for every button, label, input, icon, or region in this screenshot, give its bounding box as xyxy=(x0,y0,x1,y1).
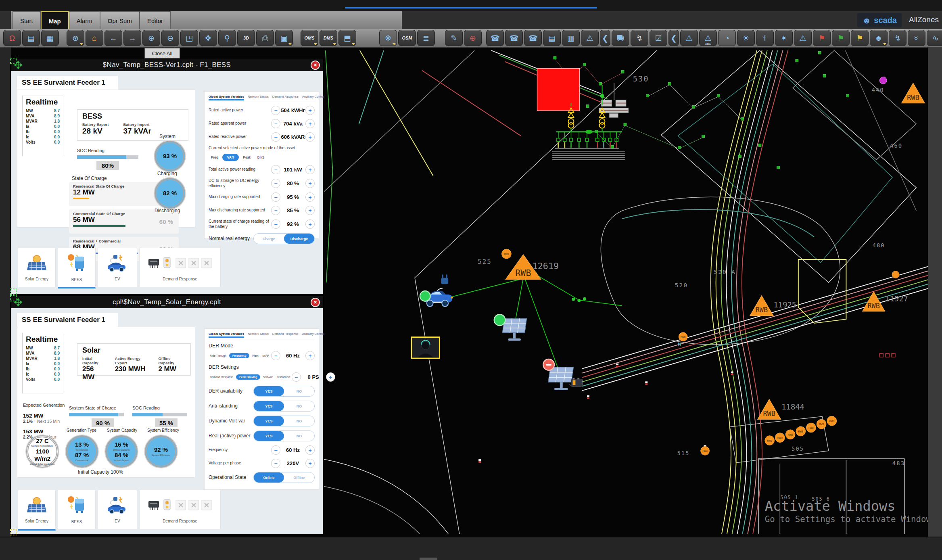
solar-panel-window[interactable]: cpl\$Nav_Temp_Solar_Energy.cplt ✕ SS EE … xyxy=(11,296,323,535)
toolbar-tag-card-button[interactable]: ⬒ xyxy=(338,30,356,46)
mode-option-var[interactable]: VAR xyxy=(222,154,239,161)
mode-option-volt-var[interactable]: Volt-Var xyxy=(262,375,274,379)
toolbar-zoom-window-button[interactable]: ◳ xyxy=(180,30,198,46)
toggle-der-availability[interactable]: YESNO xyxy=(253,386,315,397)
increment-button[interactable]: + xyxy=(305,119,315,128)
rwb-device-triangle[interactable]: RWB12619 xyxy=(505,255,559,279)
mode-option-demand-response[interactable]: Demand Response xyxy=(209,375,234,379)
tab-editor[interactable]: Editor xyxy=(140,11,171,29)
dropdown-arrow-icon[interactable] xyxy=(288,43,292,45)
toolbar-layers-list-button[interactable]: ≣ xyxy=(417,30,435,46)
dropdown-arrow-icon[interactable] xyxy=(333,43,336,45)
vars-tab-global-system-variables[interactable]: Global System Variables xyxy=(209,95,244,100)
dropdown-arrow-icon[interactable] xyxy=(883,43,886,45)
decrement-button[interactable]: − xyxy=(271,192,280,202)
toolbar-hazard-abc-button[interactable]: ⚠ABC xyxy=(699,30,717,46)
increment-button[interactable]: + xyxy=(305,445,315,455)
toolbar-globe-pin-button[interactable]: ⊕ xyxy=(464,30,482,46)
toolbar-forward-button[interactable]: → xyxy=(123,30,141,46)
der-card-bess[interactable]: BESS xyxy=(58,490,96,529)
rwb-device-circle[interactable]: RWB xyxy=(817,419,826,429)
bess-panel-titlebar[interactable]: $Nav_Temp_BESS-Ver1.cplt - F1_BESS ✕ xyxy=(11,59,323,71)
toggle-normal-real-energy[interactable]: ChargeDischarge xyxy=(253,233,315,244)
toolbar-osm-layer-button[interactable]: OSM xyxy=(398,30,416,46)
der-card-demand-response[interactable]: Demand Response xyxy=(139,490,221,529)
toolbar-zoom-in-button[interactable]: ⊕ xyxy=(142,30,160,46)
decrement-button[interactable]: − xyxy=(271,165,280,174)
mode-option-fleet[interactable]: Fleet xyxy=(251,353,259,358)
vars-tab-network-status[interactable]: Network Status xyxy=(248,332,269,338)
toolbar-dms-button[interactable]: DMS xyxy=(320,30,337,46)
vars-tab-ancillary-control[interactable]: Ancillary Control xyxy=(302,332,324,338)
alarm-square[interactable] xyxy=(537,69,580,111)
vars-tab-demand-response[interactable]: Demand Response xyxy=(272,95,299,100)
mode-option-peak[interactable]: Peak xyxy=(240,155,253,160)
decrement-button[interactable]: − xyxy=(271,132,280,142)
tab-map[interactable]: Map xyxy=(41,11,69,31)
toolbar-zoom-out-button[interactable]: ⊖ xyxy=(161,30,179,46)
toolbar-sun-brightness-button[interactable]: ☀ xyxy=(737,30,755,46)
tab-alarm[interactable]: Alarm xyxy=(69,11,100,29)
tab-start[interactable]: Start xyxy=(13,11,41,29)
decrement-button[interactable]: − xyxy=(271,219,280,229)
toolbar-call-dispatch-button[interactable]: ☎ xyxy=(524,30,542,46)
decrement-button[interactable]: − xyxy=(271,206,280,215)
vars-tab-ancillary-control[interactable]: Ancillary Control xyxy=(302,95,324,100)
feeder-tab[interactable]: SS EE Survalent Feeder 1 xyxy=(17,76,118,90)
toolbar-chevron-left-button[interactable]: ❮ xyxy=(600,30,610,46)
der-card-demand-response[interactable]: Demand Response xyxy=(139,248,221,287)
bess-close-icon[interactable]: ✕ xyxy=(311,61,320,70)
mode-option-disconnect[interactable]: Disconnect xyxy=(276,375,292,379)
dropdown-arrow-icon[interactable] xyxy=(314,43,317,45)
toolbar-switch-orders-button[interactable]: ☑ xyxy=(650,30,667,46)
mode-option-kvar[interactable]: kVAR xyxy=(261,353,271,358)
rwb-device-circle[interactable]: RWB xyxy=(785,430,795,439)
toolbar-settings-gear-button[interactable]: ☸ xyxy=(379,30,397,46)
increment-button[interactable]: + xyxy=(305,206,315,215)
der-card-ev[interactable]: EV xyxy=(98,490,137,529)
solar-panel-titlebar[interactable]: cpl\$Nav_Temp_Solar_Energy.cplt ✕ xyxy=(11,296,323,308)
toolbar-pin-yellow-warn-button[interactable]: ⚑ xyxy=(851,30,869,46)
rwb-device-circle[interactable]: RWB xyxy=(827,416,837,426)
mode-option-freq[interactable]: Freq xyxy=(209,155,221,160)
toolbar-home-button[interactable]: ⌂ xyxy=(86,30,103,46)
toolbar-pan-button[interactable]: ✥ xyxy=(199,30,217,46)
decrement-button[interactable]: − xyxy=(271,351,280,360)
toolbar-window-tiles-button[interactable]: ▦ xyxy=(41,30,59,46)
toolbar-energy-list-button[interactable]: ↯ xyxy=(889,30,906,46)
toolbar-pin-red-fault-button[interactable]: ⚑ xyxy=(813,30,831,46)
toolbar-draw-pen-button[interactable]: ✎ xyxy=(445,30,463,46)
der-card-solar-energy[interactable]: Solar Energy xyxy=(18,490,56,531)
rwb-device-circle[interactable]: RWB xyxy=(679,332,687,341)
toolbar-folder-button[interactable]: ▤ xyxy=(22,30,40,46)
rwb-device-triangle[interactable]: RWB11844 xyxy=(758,399,804,419)
toolbar-roadwork-button[interactable]: ⚠ xyxy=(581,30,599,46)
selected-operator-avatar[interactable] xyxy=(411,337,439,358)
der-card-ev[interactable]: EV xyxy=(98,248,137,287)
toolbar-alarm-bell-button[interactable]: Ω xyxy=(3,30,21,46)
decrement-button[interactable]: − xyxy=(271,119,280,128)
toolbar-oms-button[interactable]: OMS xyxy=(301,30,318,46)
increment-button[interactable]: + xyxy=(326,372,335,382)
toolbar-collapse-toolbar-button[interactable]: » xyxy=(908,30,925,46)
rwb-device-circle[interactable]: RWB xyxy=(765,436,775,445)
ev-charger-icon[interactable] xyxy=(420,275,453,307)
rwb-device-triangle[interactable]: RWB xyxy=(902,83,925,103)
toolbar-back-button[interactable]: ← xyxy=(104,30,122,46)
increment-button[interactable]: + xyxy=(305,132,315,142)
toolbar-view-3d-button[interactable]: 3D xyxy=(237,30,255,46)
toolbar-gauge-meter-button[interactable]: ◔ xyxy=(718,30,736,46)
toolbar-print-button[interactable]: ⎙ xyxy=(256,30,274,46)
der-card-solar-energy[interactable]: Solar Energy xyxy=(18,248,56,287)
feeder-tab[interactable]: SS EE Survalent Feeder 1 xyxy=(17,313,118,327)
increment-button[interactable]: + xyxy=(305,165,315,174)
toolbar-street-light-button[interactable]: ϯ xyxy=(756,30,774,46)
toolbar-truck-orders-button[interactable]: ▥ xyxy=(562,30,580,46)
increment-button[interactable]: + xyxy=(305,459,315,468)
toolbar-crew-member-button[interactable]: ☻ xyxy=(870,30,888,46)
solar-panel-icon[interactable] xyxy=(494,314,527,341)
user-chip[interactable]: ☻ scada xyxy=(857,13,902,27)
decrement-button[interactable]: − xyxy=(271,179,280,188)
rwb-device-circle[interactable]: RWB xyxy=(806,423,816,433)
toolbar-crew-truck-button[interactable]: ⛟ xyxy=(612,30,629,46)
